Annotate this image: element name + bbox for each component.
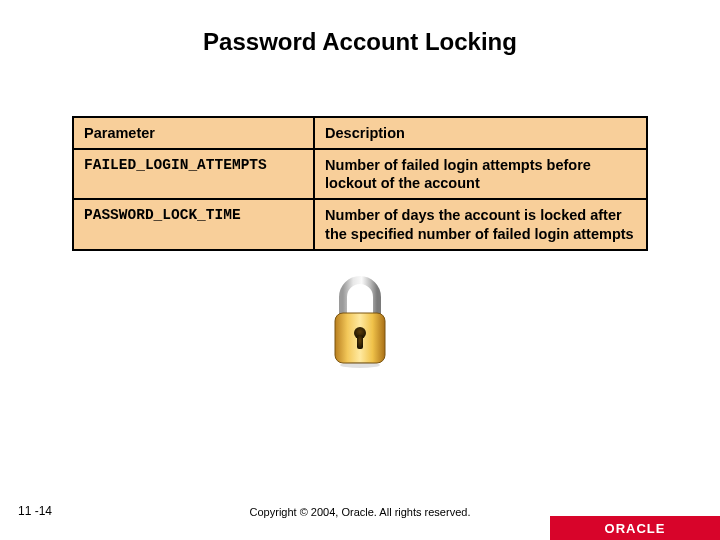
slide-footer: 11 -14 Copyright © 2004, Oracle. All rig… xyxy=(0,504,720,540)
lock-illustration xyxy=(0,273,720,372)
svg-rect-2 xyxy=(357,335,363,349)
cell-description: Number of failed login attempts before l… xyxy=(314,149,647,199)
cell-parameter: FAILED_LOGIN_ATTEMPTS xyxy=(73,149,314,199)
table-row: PASSWORD_LOCK_TIME Number of days the ac… xyxy=(73,199,647,249)
svg-point-3 xyxy=(340,362,380,368)
lock-icon xyxy=(325,273,395,368)
oracle-logo: ORACLE xyxy=(605,521,666,536)
slide-title: Password Account Locking xyxy=(0,0,720,56)
parameter-table: Parameter Description FAILED_LOGIN_ATTEM… xyxy=(72,116,648,251)
table-header-row: Parameter Description xyxy=(73,117,647,149)
header-parameter: Parameter xyxy=(73,117,314,149)
header-description: Description xyxy=(314,117,647,149)
cell-parameter: PASSWORD_LOCK_TIME xyxy=(73,199,314,249)
parameter-table-wrap: Parameter Description FAILED_LOGIN_ATTEM… xyxy=(72,116,648,251)
table-row: FAILED_LOGIN_ATTEMPTS Number of failed l… xyxy=(73,149,647,199)
oracle-brand-bar: ORACLE xyxy=(550,516,720,540)
cell-description: Number of days the account is locked aft… xyxy=(314,199,647,249)
